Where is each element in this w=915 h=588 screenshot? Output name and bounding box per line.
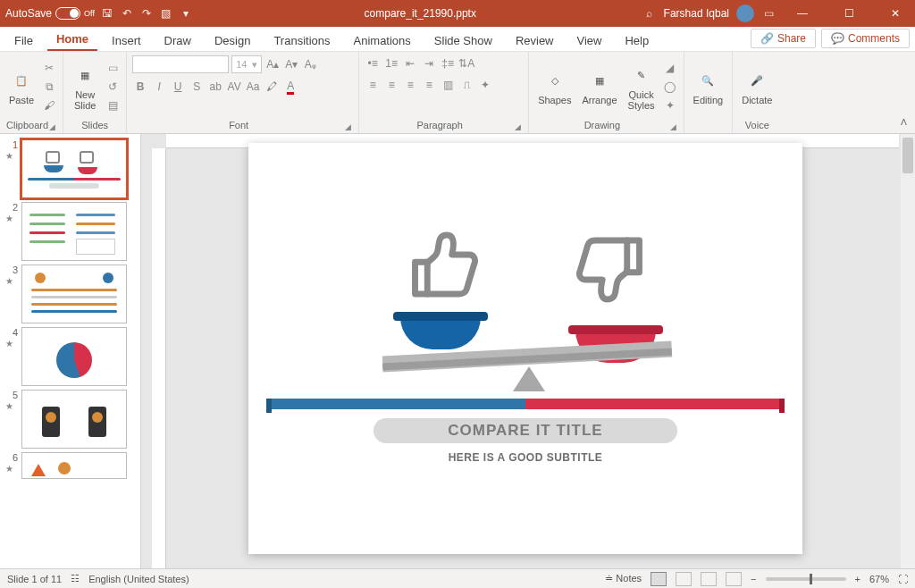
reading-view-icon[interactable]: [701, 572, 717, 586]
language-status[interactable]: English (United States): [88, 574, 189, 584]
zoom-in-icon[interactable]: +: [855, 574, 860, 584]
sorter-view-icon[interactable]: [676, 572, 692, 586]
zoom-level[interactable]: 67%: [869, 574, 889, 584]
drawing-launcher-icon[interactable]: ◢: [670, 122, 676, 131]
clipboard-launcher-icon[interactable]: ◢: [49, 122, 55, 131]
comments-button[interactable]: 💬Comments: [821, 29, 910, 48]
slide-subtitle[interactable]: HERE IS A GOOD SUBTITLE: [248, 451, 802, 464]
tab-transitions[interactable]: Transitions: [264, 30, 339, 51]
editing-button[interactable]: 🔍Editing: [690, 66, 727, 107]
slide-title[interactable]: COMPARE IT TITLE: [374, 418, 677, 443]
redo-icon[interactable]: ↷: [139, 6, 154, 21]
font-launcher-icon[interactable]: ◢: [345, 122, 351, 131]
slide-thumbnail-6[interactable]: [21, 452, 127, 479]
tab-insert[interactable]: Insert: [103, 30, 150, 51]
paragraph-launcher-icon[interactable]: ◢: [515, 122, 521, 131]
paste-button[interactable]: 📋 Paste: [5, 66, 38, 107]
normal-view-icon[interactable]: [651, 572, 667, 586]
reset-icon[interactable]: ↺: [105, 79, 121, 95]
close-button[interactable]: ✕: [876, 0, 915, 27]
indent-dec-icon[interactable]: ⇤: [402, 55, 418, 71]
slide-thumbnail-4[interactable]: [21, 327, 127, 386]
tab-file[interactable]: File: [5, 30, 42, 51]
indent-inc-icon[interactable]: ⇥: [421, 55, 437, 71]
thumb-row[interactable]: 3★: [0, 265, 140, 323]
section-icon[interactable]: ▤: [105, 97, 121, 113]
notes-button[interactable]: ≐ Notes: [605, 573, 642, 584]
cut-icon[interactable]: ✂: [41, 60, 57, 76]
tab-review[interactable]: Review: [507, 30, 563, 51]
search-icon[interactable]: ⌕: [642, 6, 657, 21]
maximize-button[interactable]: ☐: [829, 0, 869, 27]
layout-icon[interactable]: ▭: [105, 60, 121, 76]
zoom-out-icon[interactable]: −: [751, 574, 756, 584]
numbering-icon[interactable]: 1≡: [383, 55, 399, 71]
highlight-icon[interactable]: 🖍: [264, 79, 280, 95]
start-from-beginning-icon[interactable]: ▧: [159, 6, 173, 21]
grow-font-icon[interactable]: A▴: [264, 56, 281, 72]
justify-icon[interactable]: ≡: [421, 77, 437, 93]
change-case-icon[interactable]: Aa: [245, 79, 261, 95]
fit-to-window-icon[interactable]: ⛶: [898, 574, 908, 584]
align-right-icon[interactable]: ≡: [402, 77, 418, 93]
font-family-combo[interactable]: [132, 55, 229, 73]
slide-thumbnail-3[interactable]: [21, 265, 127, 323]
slide-thumbnail-1[interactable]: [21, 139, 127, 198]
strike-icon[interactable]: S: [189, 79, 205, 95]
font-color-icon[interactable]: A: [282, 79, 298, 95]
ribbon-display-icon[interactable]: ▭: [761, 6, 776, 21]
tab-draw[interactable]: Draw: [155, 30, 200, 51]
scroll-thumb[interactable]: [902, 138, 913, 173]
align-text-icon[interactable]: ⎍: [458, 77, 474, 93]
quick-styles-button[interactable]: ✎Quick Styles: [625, 61, 659, 113]
arrange-button[interactable]: ▦Arrange: [578, 66, 620, 107]
slide-thumbnail-5[interactable]: [21, 390, 127, 449]
shape-fill-icon[interactable]: ◢: [662, 60, 678, 76]
format-painter-icon[interactable]: 🖌: [41, 97, 57, 113]
align-left-icon[interactable]: ≡: [365, 77, 381, 93]
dictate-button[interactable]: 🎤Dictate: [738, 66, 776, 107]
undo-icon[interactable]: ↶: [120, 6, 134, 21]
underline-icon[interactable]: U: [170, 79, 186, 95]
slide-thumbnail-2[interactable]: [21, 202, 127, 261]
qat-more-icon[interactable]: ▾: [179, 6, 193, 21]
thumb-row[interactable]: 4★: [0, 327, 140, 386]
shrink-font-icon[interactable]: A▾: [283, 56, 299, 72]
zoom-slider[interactable]: [766, 577, 846, 581]
collapse-ribbon-icon[interactable]: ᐱ: [895, 113, 911, 130]
line-spacing-icon[interactable]: ‡≡: [440, 55, 456, 71]
shapes-button[interactable]: ◇Shapes: [534, 66, 575, 107]
autosave-toggle[interactable]: AutoSave Off: [5, 7, 95, 20]
bullets-icon[interactable]: •≡: [365, 55, 381, 71]
thumb-row[interactable]: 1★: [0, 139, 140, 198]
spacing-icon[interactable]: AV: [226, 79, 242, 95]
vertical-scrollbar[interactable]: [901, 134, 915, 568]
thumb-row[interactable]: 5★: [0, 390, 140, 449]
save-icon[interactable]: 🖫: [100, 6, 114, 21]
tab-view[interactable]: View: [568, 30, 611, 51]
tab-design[interactable]: Design: [206, 30, 259, 51]
shadow-icon[interactable]: ab: [207, 79, 223, 95]
slide-canvas[interactable]: COMPARE IT TITLE HERE IS A GOOD SUBTITLE: [141, 134, 915, 568]
smartart-icon[interactable]: ✦: [477, 77, 493, 93]
tab-slideshow[interactable]: Slide Show: [425, 30, 501, 51]
bold-icon[interactable]: B: [132, 79, 148, 95]
columns-icon[interactable]: ▥: [440, 77, 456, 93]
shape-effects-icon[interactable]: ✦: [662, 97, 678, 113]
tab-animations[interactable]: Animations: [345, 30, 420, 51]
thumb-row[interactable]: 2★: [0, 202, 140, 261]
text-direction-icon[interactable]: ⇅A: [458, 55, 474, 71]
tab-home[interactable]: Home: [47, 29, 97, 51]
shape-outline-icon[interactable]: ◯: [662, 79, 678, 95]
tab-help[interactable]: Help: [616, 30, 658, 51]
copy-icon[interactable]: ⧉: [41, 79, 57, 95]
share-button[interactable]: 🔗Share: [751, 29, 816, 48]
italic-icon[interactable]: I: [151, 79, 167, 95]
slide-counter[interactable]: Slide 1 of 11: [7, 574, 62, 584]
font-size-combo[interactable]: 14▾: [231, 55, 262, 73]
slideshow-view-icon[interactable]: [726, 572, 742, 586]
user-avatar-icon[interactable]: [736, 4, 754, 22]
clear-format-icon[interactable]: Aᵩ: [302, 56, 318, 72]
slide[interactable]: COMPARE IT TITLE HERE IS A GOOD SUBTITLE: [248, 143, 802, 554]
align-center-icon[interactable]: ≡: [383, 77, 399, 93]
